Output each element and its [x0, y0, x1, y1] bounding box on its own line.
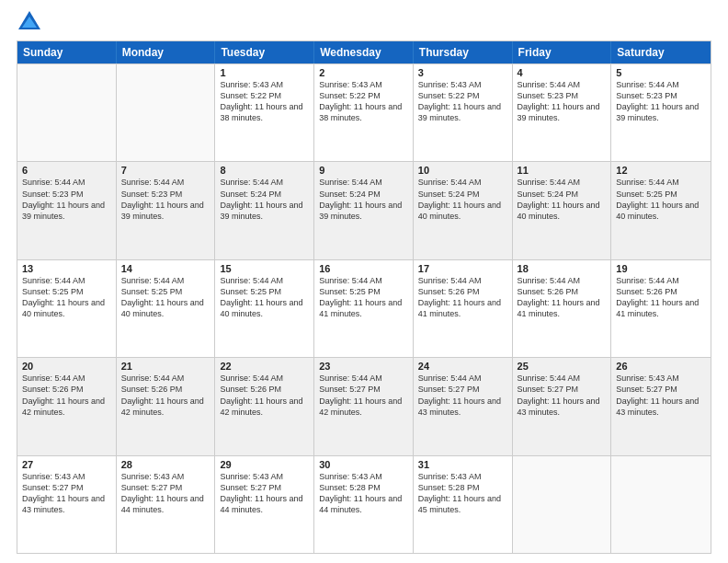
day-number: 29 [220, 459, 309, 470]
day-number: 18 [518, 263, 607, 274]
cell-info: Sunrise: 5:44 AM Sunset: 5:23 PM Dayligh… [616, 79, 706, 124]
cell-info: Sunrise: 5:44 AM Sunset: 5:24 PM Dayligh… [518, 177, 607, 222]
calendar-cell: 1Sunrise: 5:43 AM Sunset: 5:22 PM Daylig… [215, 64, 314, 161]
calendar-cell: 13Sunrise: 5:44 AM Sunset: 5:25 PM Dayli… [17, 260, 117, 357]
day-number: 5 [616, 67, 706, 78]
calendar: SundayMondayTuesdayWednesdayThursdayFrid… [17, 40, 711, 554]
calendar-cell: 17Sunrise: 5:44 AM Sunset: 5:26 PM Dayli… [414, 260, 513, 357]
calendar-cell: 18Sunrise: 5:44 AM Sunset: 5:26 PM Dayli… [513, 260, 612, 357]
day-number: 2 [319, 67, 408, 78]
header [17, 9, 711, 35]
calendar-cell: 25Sunrise: 5:44 AM Sunset: 5:27 PM Dayli… [513, 358, 612, 454]
calendar-cell: 26Sunrise: 5:43 AM Sunset: 5:27 PM Dayli… [611, 358, 711, 454]
cell-info: Sunrise: 5:44 AM Sunset: 5:24 PM Dayligh… [220, 177, 309, 222]
day-number: 20 [22, 361, 111, 372]
calendar-row: 6Sunrise: 5:44 AM Sunset: 5:23 PM Daylig… [17, 161, 711, 259]
day-number: 12 [616, 165, 706, 176]
calendar-cell: 3Sunrise: 5:43 AM Sunset: 5:22 PM Daylig… [414, 64, 513, 161]
calendar-cell: 31Sunrise: 5:43 AM Sunset: 5:28 PM Dayli… [414, 456, 513, 553]
cell-info: Sunrise: 5:43 AM Sunset: 5:28 PM Dayligh… [418, 471, 507, 516]
cell-info: Sunrise: 5:44 AM Sunset: 5:24 PM Dayligh… [418, 177, 507, 222]
cell-info: Sunrise: 5:44 AM Sunset: 5:27 PM Dayligh… [418, 373, 507, 418]
calendar-cell: 9Sunrise: 5:44 AM Sunset: 5:24 PM Daylig… [314, 162, 414, 259]
calendar-cell: 24Sunrise: 5:44 AM Sunset: 5:27 PM Dayli… [414, 358, 513, 454]
calendar-cell: 20Sunrise: 5:44 AM Sunset: 5:26 PM Dayli… [17, 358, 117, 454]
cell-info: Sunrise: 5:44 AM Sunset: 5:23 PM Dayligh… [518, 79, 607, 124]
calendar-cell: 6Sunrise: 5:44 AM Sunset: 5:23 PM Daylig… [17, 162, 117, 259]
day-number: 24 [418, 361, 507, 372]
calendar-row: 13Sunrise: 5:44 AM Sunset: 5:25 PM Dayli… [17, 259, 711, 357]
cell-info: Sunrise: 5:44 AM Sunset: 5:25 PM Dayligh… [319, 275, 408, 320]
day-number: 6 [22, 165, 111, 176]
calendar-cell [17, 64, 117, 161]
day-number: 10 [418, 165, 507, 176]
day-number: 14 [121, 263, 210, 274]
calendar-cell: 10Sunrise: 5:44 AM Sunset: 5:24 PM Dayli… [414, 162, 513, 259]
day-number: 21 [121, 361, 210, 372]
day-number: 11 [518, 165, 607, 176]
cell-info: Sunrise: 5:44 AM Sunset: 5:26 PM Dayligh… [220, 373, 309, 418]
day-number: 23 [319, 361, 408, 372]
cell-info: Sunrise: 5:44 AM Sunset: 5:25 PM Dayligh… [220, 275, 309, 320]
logo-area [17, 9, 45, 35]
cell-info: Sunrise: 5:43 AM Sunset: 5:22 PM Dayligh… [319, 79, 408, 124]
calendar-row: 27Sunrise: 5:43 AM Sunset: 5:27 PM Dayli… [17, 455, 711, 553]
cell-info: Sunrise: 5:44 AM Sunset: 5:26 PM Dayligh… [22, 373, 111, 418]
day-number: 4 [518, 67, 607, 78]
day-number: 3 [418, 67, 507, 78]
calendar-cell [513, 456, 612, 553]
calendar-cell: 21Sunrise: 5:44 AM Sunset: 5:26 PM Dayli… [117, 358, 216, 454]
calendar-header: SundayMondayTuesdayWednesdayThursdayFrid… [17, 41, 711, 63]
cell-info: Sunrise: 5:44 AM Sunset: 5:27 PM Dayligh… [518, 373, 607, 418]
calendar-cell: 12Sunrise: 5:44 AM Sunset: 5:25 PM Dayli… [611, 162, 711, 259]
cell-info: Sunrise: 5:43 AM Sunset: 5:27 PM Dayligh… [220, 471, 309, 516]
day-number: 8 [220, 165, 309, 176]
cell-info: Sunrise: 5:43 AM Sunset: 5:27 PM Dayligh… [121, 471, 210, 516]
cell-info: Sunrise: 5:43 AM Sunset: 5:28 PM Dayligh… [319, 471, 408, 516]
calendar-cell [117, 64, 216, 161]
day-number: 13 [22, 263, 111, 274]
cell-info: Sunrise: 5:44 AM Sunset: 5:23 PM Dayligh… [22, 177, 111, 222]
page: SundayMondayTuesdayWednesdayThursdayFrid… [0, 0, 728, 563]
calendar-header-day: Thursday [414, 41, 513, 63]
calendar-header-day: Saturday [611, 41, 711, 63]
day-number: 27 [22, 459, 111, 470]
calendar-cell: 16Sunrise: 5:44 AM Sunset: 5:25 PM Dayli… [314, 260, 414, 357]
calendar-header-day: Monday [117, 41, 216, 63]
day-number: 7 [121, 165, 210, 176]
day-number: 31 [418, 459, 507, 470]
calendar-cell [611, 456, 711, 553]
cell-info: Sunrise: 5:44 AM Sunset: 5:26 PM Dayligh… [518, 275, 607, 320]
cell-info: Sunrise: 5:44 AM Sunset: 5:26 PM Dayligh… [616, 275, 706, 320]
cell-info: Sunrise: 5:43 AM Sunset: 5:22 PM Dayligh… [418, 79, 507, 124]
day-number: 1 [220, 67, 309, 78]
calendar-row: 20Sunrise: 5:44 AM Sunset: 5:26 PM Dayli… [17, 357, 711, 454]
calendar-cell: 5Sunrise: 5:44 AM Sunset: 5:23 PM Daylig… [611, 64, 711, 161]
calendar-cell: 23Sunrise: 5:44 AM Sunset: 5:27 PM Dayli… [314, 358, 414, 454]
cell-info: Sunrise: 5:44 AM Sunset: 5:25 PM Dayligh… [121, 275, 210, 320]
day-number: 25 [518, 361, 607, 372]
day-number: 15 [220, 263, 309, 274]
calendar-header-day: Wednesday [314, 41, 414, 63]
calendar-header-day: Sunday [17, 41, 117, 63]
calendar-cell: 22Sunrise: 5:44 AM Sunset: 5:26 PM Dayli… [215, 358, 314, 454]
cell-info: Sunrise: 5:44 AM Sunset: 5:26 PM Dayligh… [121, 373, 210, 418]
cell-info: Sunrise: 5:44 AM Sunset: 5:25 PM Dayligh… [616, 177, 706, 222]
calendar-cell: 11Sunrise: 5:44 AM Sunset: 5:24 PM Dayli… [513, 162, 612, 259]
day-number: 28 [121, 459, 210, 470]
calendar-header-day: Friday [513, 41, 612, 63]
day-number: 19 [616, 263, 706, 274]
cell-info: Sunrise: 5:43 AM Sunset: 5:27 PM Dayligh… [22, 471, 111, 516]
calendar-row: 1Sunrise: 5:43 AM Sunset: 5:22 PM Daylig… [17, 63, 711, 161]
calendar-cell: 30Sunrise: 5:43 AM Sunset: 5:28 PM Dayli… [314, 456, 414, 553]
day-number: 9 [319, 165, 408, 176]
day-number: 22 [220, 361, 309, 372]
cell-info: Sunrise: 5:44 AM Sunset: 5:23 PM Dayligh… [121, 177, 210, 222]
calendar-cell: 29Sunrise: 5:43 AM Sunset: 5:27 PM Dayli… [215, 456, 314, 553]
cell-info: Sunrise: 5:44 AM Sunset: 5:26 PM Dayligh… [418, 275, 507, 320]
cell-info: Sunrise: 5:44 AM Sunset: 5:27 PM Dayligh… [319, 373, 408, 418]
calendar-body: 1Sunrise: 5:43 AM Sunset: 5:22 PM Daylig… [17, 63, 711, 553]
cell-info: Sunrise: 5:44 AM Sunset: 5:25 PM Dayligh… [22, 275, 111, 320]
calendar-cell: 27Sunrise: 5:43 AM Sunset: 5:27 PM Dayli… [17, 456, 117, 553]
calendar-cell: 19Sunrise: 5:44 AM Sunset: 5:26 PM Dayli… [611, 260, 711, 357]
